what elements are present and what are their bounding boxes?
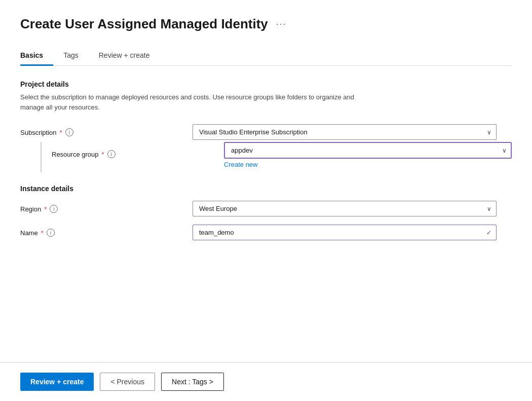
tab-review-create[interactable]: Review + create <box>99 46 160 66</box>
review-create-button[interactable]: Review + create <box>20 373 94 391</box>
subscription-select-wrapper: Visual Studio Enterprise Subscription ∨ <box>193 124 497 140</box>
tab-basics[interactable]: Basics <box>20 46 53 66</box>
region-label-col: Region * i <box>20 201 193 213</box>
name-label: Name <box>20 229 38 237</box>
footer: Review + create < Previous Next : Tags > <box>0 362 532 401</box>
resource-group-select-wrapper: appdev ∨ <box>224 142 512 159</box>
resource-group-indent: Resource group * i appdev ∨ Create new <box>20 142 512 172</box>
resource-group-label-col: Resource group * i <box>52 142 224 162</box>
instance-details-title: Instance details <box>20 185 512 193</box>
next-button[interactable]: Next : Tags > <box>161 373 224 391</box>
name-select-wrapper: ✓ <box>193 225 497 240</box>
subscription-required: * <box>60 129 62 136</box>
more-options-icon[interactable]: ··· <box>276 19 287 29</box>
resource-group-select[interactable]: appdev <box>224 142 512 159</box>
resource-group-row: Resource group * i appdev ∨ Create new <box>52 142 512 169</box>
resource-group-content: Resource group * i appdev ∨ Create new <box>52 142 512 171</box>
tab-tags[interactable]: Tags <box>63 46 89 66</box>
indent-line <box>41 142 42 172</box>
name-control: ✓ <box>193 225 497 240</box>
region-select-wrapper: West Europe ∨ <box>193 201 497 216</box>
name-label-col: Name * i <box>20 225 193 237</box>
subscription-control: Visual Studio Enterprise Subscription ∨ <box>193 124 497 140</box>
page-title: Create User Assigned Managed Identity <box>20 16 268 32</box>
resource-group-required: * <box>102 151 104 158</box>
previous-button[interactable]: < Previous <box>100 373 155 391</box>
subscription-select[interactable]: Visual Studio Enterprise Subscription <box>193 124 497 140</box>
tabs-container: Basics Tags Review + create <box>20 46 512 66</box>
name-row: Name * i ✓ <box>20 225 512 240</box>
resource-group-info-icon[interactable]: i <box>107 150 116 158</box>
page-header: Create User Assigned Managed Identity ··… <box>20 16 512 32</box>
region-required: * <box>44 205 47 213</box>
create-new-link[interactable]: Create new <box>224 161 257 168</box>
project-details-title: Project details <box>20 80 512 88</box>
name-required: * <box>41 229 44 237</box>
resource-group-label: Resource group <box>52 151 99 158</box>
name-info-icon[interactable]: i <box>47 229 55 237</box>
subscription-info-icon[interactable]: i <box>65 128 73 136</box>
region-row: Region * i West Europe ∨ <box>20 201 512 216</box>
subscription-row: Subscription * i Visual Studio Enterpris… <box>20 124 512 140</box>
region-select[interactable]: West Europe <box>193 201 497 216</box>
region-control: West Europe ∨ <box>193 201 497 216</box>
instance-details-section: Instance details Region * i West Europe … <box>20 185 512 240</box>
project-details-desc: Select the subscription to manage deploy… <box>20 92 375 112</box>
resource-group-control: appdev ∨ Create new <box>224 142 512 169</box>
subscription-label: Subscription <box>20 129 57 136</box>
project-details-section: Project details Select the subscription … <box>20 80 512 172</box>
name-input[interactable] <box>193 225 497 240</box>
subscription-label-col: Subscription * i <box>20 124 193 136</box>
region-info-icon[interactable]: i <box>50 205 58 213</box>
region-label: Region <box>20 205 41 213</box>
